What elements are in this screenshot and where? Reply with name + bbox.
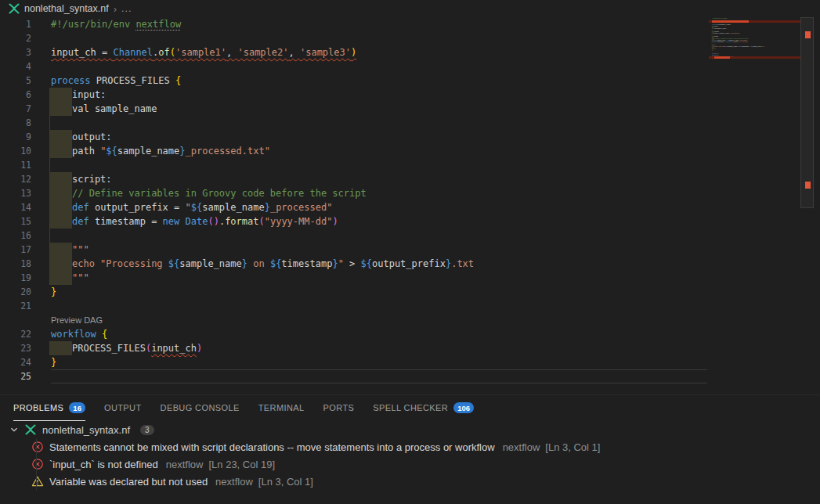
tab-badge: 106: [453, 402, 474, 413]
breadcrumb-separator-icon: ›: [114, 3, 117, 15]
tab-ports[interactable]: PORTS: [323, 395, 355, 421]
tab-terminal[interactable]: TERMINAL: [258, 395, 305, 421]
code-line-25[interactable]: 25: [0, 369, 820, 383]
indent-highlight: [49, 144, 72, 158]
line-number[interactable]: 2: [0, 31, 31, 45]
line-number[interactable]: 23: [0, 341, 31, 355]
code-line-5[interactable]: 5process PROCESS_FILES {: [0, 74, 820, 88]
indent-guide: [49, 271, 50, 285]
code-line-8[interactable]: 8: [0, 116, 820, 130]
problem-message: Variable was declared but not used: [49, 476, 208, 488]
line-number[interactable]: 5: [0, 74, 31, 88]
indent-guide: [49, 341, 50, 355]
tab-output[interactable]: OUTPUT: [104, 395, 142, 421]
code-line-7[interactable]: 7val sample_name: [0, 102, 820, 116]
indent-guide: [49, 200, 50, 214]
codelens-preview-dag[interactable]: Preview DAG: [51, 315, 103, 325]
indent-guide: [49, 88, 50, 102]
indent-guide: [49, 144, 50, 158]
nextflow-file-icon: [24, 423, 37, 436]
code-line-21[interactable]: 21: [0, 299, 820, 313]
code-line-11[interactable]: 11: [0, 158, 820, 172]
minimap[interactable]: #!/usr/bin/env nextflowinput_ch = Channe…: [709, 17, 800, 362]
line-number[interactable]: 14: [0, 200, 31, 214]
code-line-24[interactable]: 24}: [0, 355, 820, 369]
indent-guide: [49, 130, 50, 144]
code-line-20[interactable]: 20}: [0, 285, 820, 299]
line-number[interactable]: 6: [0, 88, 31, 102]
indent-guide: [49, 214, 50, 229]
chevron-down-icon[interactable]: [8, 423, 20, 436]
line-number[interactable]: [0, 313, 31, 327]
problems-file-name: nonlethal_syntax.nf: [42, 424, 130, 436]
problem-row[interactable]: `input_ch` is not definednextflow[Ln 23,…: [0, 455, 820, 473]
code-line-1[interactable]: 1#!/usr/bin/env nextflow: [0, 17, 820, 31]
indent-guide: [49, 102, 50, 116]
line-number[interactable]: 24: [0, 355, 31, 369]
line-number[interactable]: 11: [0, 158, 31, 172]
line-number[interactable]: 4: [0, 59, 31, 74]
code-line-14[interactable]: 14def output_prefix = "${sample_name}_pr…: [0, 200, 820, 214]
indent-guide: [49, 158, 50, 172]
line-number[interactable]: 10: [0, 144, 31, 158]
line-number[interactable]: 21: [0, 299, 31, 313]
line-number[interactable]: 17: [0, 243, 31, 257]
bottom-panel: PROBLEMS16OUTPUTDEBUG CONSOLETERMINALPOR…: [0, 394, 820, 504]
problems-count-badge: 3: [140, 425, 154, 435]
problems-file-row[interactable]: nonlethal_syntax.nf 3: [0, 421, 820, 438]
minimap-error-text: [714, 56, 730, 59]
problem-row[interactable]: Statements cannot be mixed with script d…: [0, 438, 820, 455]
line-number[interactable]: 18: [0, 257, 31, 271]
code-line-9[interactable]: 9output:: [0, 130, 820, 144]
code-line-4[interactable]: 4: [0, 59, 820, 74]
line-number[interactable]: 13: [0, 186, 31, 200]
line-number[interactable]: 19: [0, 271, 31, 285]
code-line-6[interactable]: 6input:: [0, 88, 820, 102]
error-squiggle: input_ch = Channel.of('sample1', 'sample…: [51, 47, 356, 58]
code-line-18[interactable]: 18echo "Processing ${sample_name} on ${t…: [0, 257, 820, 271]
code-line-15[interactable]: 15def timestamp = new Date().format("yyy…: [0, 214, 820, 229]
problem-row[interactable]: Variable was declared but not usednextfl…: [0, 473, 820, 490]
line-number[interactable]: 12: [0, 172, 31, 186]
tab-spell-checker[interactable]: SPELL CHECKER106: [373, 395, 474, 421]
warning-icon: [31, 475, 44, 488]
code-editor[interactable]: 1#!/usr/bin/env nextflow23input_ch = Cha…: [0, 17, 820, 394]
breadcrumb-file[interactable]: nonlethal_syntax.nf: [24, 3, 109, 14]
line-number[interactable]: 16: [0, 229, 31, 243]
line-number[interactable]: 25: [0, 369, 31, 383]
code-line-12[interactable]: 12script:: [0, 172, 820, 186]
tab-label: SPELL CHECKER: [373, 403, 448, 412]
tab-problems[interactable]: PROBLEMS16: [13, 395, 85, 421]
line-number[interactable]: 9: [0, 130, 31, 144]
ruler-error-mark: [805, 182, 811, 189]
problem-location: [Ln 3, Col 1]: [545, 441, 600, 453]
tab-label: PORTS: [323, 403, 355, 412]
line-number[interactable]: 8: [0, 116, 31, 130]
line-number[interactable]: 7: [0, 102, 31, 116]
indent-guide: [49, 172, 50, 186]
tab-debug-console[interactable]: DEBUG CONSOLE: [161, 395, 240, 421]
code-line-16[interactable]: 16: [0, 229, 820, 243]
line-number[interactable]: 15: [0, 214, 31, 229]
code-line-3[interactable]: 3input_ch = Channel.of('sample1', 'sampl…: [0, 45, 820, 59]
code-line-22[interactable]: 22workflow {: [0, 327, 820, 341]
indent-highlight: [49, 130, 72, 144]
code-line-10[interactable]: 10path "${sample_name}_processed.txt": [0, 144, 820, 158]
line-number[interactable]: 22: [0, 327, 31, 341]
code-line-2[interactable]: 2: [0, 31, 820, 45]
breadcrumb-more[interactable]: ...: [121, 3, 132, 14]
codelens-row[interactable]: Preview DAG: [0, 313, 820, 327]
line-number[interactable]: 1: [0, 17, 31, 31]
code-line-19[interactable]: 19""": [0, 271, 820, 285]
indent-guide: [49, 257, 50, 271]
nextflow-file-icon: [8, 2, 20, 15]
code-line-13[interactable]: 13// Define variables in Groovy code bef…: [0, 186, 820, 200]
scrollbar-slider[interactable]: [800, 17, 814, 208]
line-number[interactable]: 3: [0, 45, 31, 59]
error-icon: [31, 458, 44, 470]
line-number[interactable]: 20: [0, 285, 31, 299]
code-line-17[interactable]: 17""": [0, 243, 820, 257]
code-line-23[interactable]: 23PROCESS_FILES(input_ch): [0, 341, 820, 355]
code-lines: 1#!/usr/bin/env nextflow23input_ch = Cha…: [0, 17, 820, 383]
panel-tabs: PROBLEMS16OUTPUTDEBUG CONSOLETERMINALPOR…: [0, 395, 820, 421]
